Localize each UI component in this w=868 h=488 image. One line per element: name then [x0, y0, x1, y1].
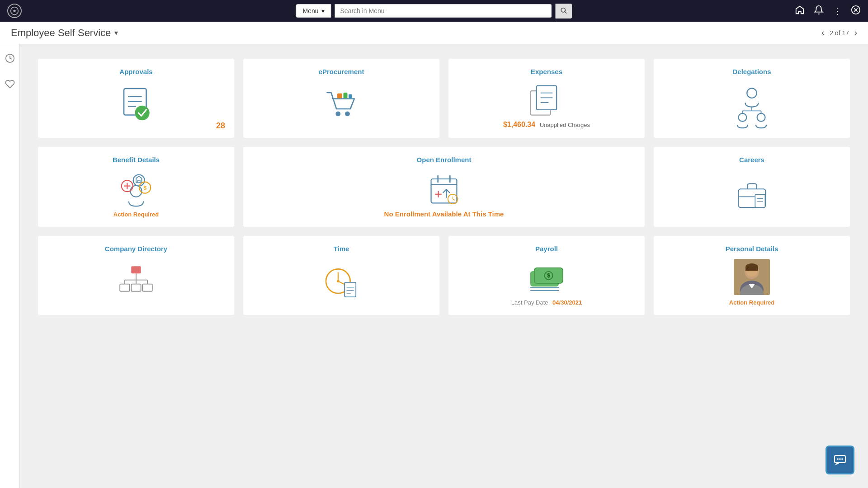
prev-page-button[interactable]: ‹ — [821, 28, 824, 38]
tile-payroll[interactable]: Payroll $ $ L — [448, 236, 645, 315]
svg-line-64 — [338, 281, 344, 284]
menu-button[interactable]: Menu ▾ — [296, 4, 331, 18]
svg-point-85 — [839, 458, 841, 460]
page-title-area: Employee Self Service ▾ — [11, 27, 118, 39]
main-layout: Approvals 28 eProc — [0, 44, 868, 488]
tile-company-directory-icon — [116, 258, 156, 306]
tile-eprocurement[interactable]: eProcurement — [243, 59, 439, 138]
svg-rect-16 — [349, 94, 352, 99]
menu-chevron-icon: ▾ — [321, 7, 325, 14]
tile-open-enrollment-title: Open Enrollment — [417, 156, 472, 164]
tile-open-enrollment-icon — [424, 169, 464, 210]
tile-approvals-title: Approvals — [119, 68, 152, 75]
tile-payroll-title: Payroll — [535, 245, 558, 253]
tile-delegations-title: Delegations — [732, 68, 771, 75]
tiles-grid: Approvals 28 eProc — [38, 59, 850, 315]
tile-expenses-icon — [526, 81, 567, 117]
tile-benefit-details-icon: $ — [116, 169, 156, 207]
page-indicator: 2 of 17 — [830, 29, 849, 37]
svg-rect-82 — [745, 267, 758, 271]
tile-payroll-last-pay-date: 04/30/2021 — [552, 299, 582, 306]
svg-line-46 — [453, 199, 455, 200]
svg-point-22 — [747, 88, 756, 98]
tile-expenses-label: Unapplied Charges — [540, 122, 590, 128]
svg-point-11 — [135, 106, 149, 120]
menu-label: Menu — [302, 7, 318, 14]
favorites-icon[interactable] — [5, 79, 15, 91]
tile-open-enrollment[interactable]: Open Enrollment — [243, 147, 645, 227]
tile-personal-details-icon — [734, 258, 770, 296]
topbar: Menu ▾ ⋮ — [0, 0, 868, 22]
svg-text:$: $ — [143, 185, 146, 191]
history-icon[interactable] — [5, 53, 15, 66]
tile-personal-details-action: Action Required — [729, 299, 774, 306]
svg-rect-14 — [337, 94, 342, 99]
tile-expenses[interactable]: Expenses $1,460.34 Unapplied Charges — [448, 59, 645, 138]
svg-point-27 — [738, 113, 746, 121]
search-area: Menu ▾ — [296, 4, 572, 19]
tile-careers-icon — [733, 169, 771, 218]
sidebar-left — [0, 44, 20, 488]
svg-point-13 — [345, 111, 350, 116]
personal-details-photo — [734, 259, 770, 295]
svg-rect-60 — [142, 284, 152, 291]
tile-benefit-details[interactable]: Benefit Details — [38, 147, 234, 227]
home-icon[interactable] — [795, 5, 805, 17]
title-dropdown-icon[interactable]: ▾ — [114, 28, 118, 37]
tile-benefit-details-action: Action Required — [113, 211, 159, 218]
content-area: Approvals 28 eProc — [20, 44, 868, 488]
svg-point-44 — [448, 194, 458, 203]
svg-rect-52 — [131, 266, 141, 273]
tile-eprocurement-title: eProcurement — [319, 68, 364, 75]
svg-rect-58 — [120, 284, 129, 291]
tile-company-directory[interactable]: Company Directory — [38, 236, 234, 315]
svg-point-28 — [757, 113, 765, 121]
page-title: Employee Self Service — [11, 27, 111, 39]
svg-rect-49 — [755, 194, 765, 207]
more-icon[interactable]: ⋮ — [833, 5, 842, 16]
tile-eprocurement-icon — [321, 81, 362, 129]
tile-time-icon — [321, 258, 362, 306]
tile-time[interactable]: Time — [243, 236, 439, 315]
tile-expenses-amount: $1,460.34 — [503, 121, 535, 128]
svg-point-1 — [561, 8, 565, 12]
svg-point-84 — [837, 458, 839, 460]
tile-approvals-count: 28 — [216, 121, 225, 131]
tile-delegations-icon — [731, 81, 772, 129]
svg-line-2 — [565, 12, 567, 14]
tile-time-title: Time — [334, 245, 349, 253]
tile-benefit-details-title: Benefit Details — [113, 156, 160, 164]
tile-payroll-last-pay-label: Last Pay Date — [511, 299, 548, 306]
search-input[interactable] — [335, 4, 552, 18]
tile-expenses-footer: $1,460.34 Unapplied Charges — [503, 121, 590, 129]
tile-approvals-icon — [116, 81, 156, 129]
svg-rect-65 — [344, 282, 356, 296]
close-icon[interactable] — [851, 5, 861, 17]
tile-open-enrollment-message: No Enrollment Available At This Time — [384, 210, 504, 218]
tile-expenses-title: Expenses — [531, 68, 562, 75]
tile-payroll-footer: Last Pay Date 04/30/2021 — [511, 299, 582, 306]
bell-icon[interactable] — [814, 5, 824, 17]
tile-careers[interactable]: Careers — [654, 147, 850, 227]
tile-company-directory-title: Company Directory — [105, 245, 167, 253]
page-nav: ‹ 2 of 17 › — [821, 28, 857, 38]
chat-button[interactable] — [826, 446, 854, 474]
svg-rect-15 — [344, 93, 348, 99]
search-button[interactable] — [556, 4, 572, 19]
next-page-button[interactable]: › — [854, 28, 857, 38]
app-logo[interactable] — [7, 4, 22, 18]
tile-personal-details-title: Personal Details — [726, 245, 778, 253]
svg-point-12 — [335, 111, 340, 116]
tile-payroll-icon: $ $ — [526, 258, 567, 296]
topbar-right-icons: ⋮ — [795, 5, 861, 17]
svg-text:$: $ — [547, 272, 550, 279]
tile-approvals[interactable]: Approvals 28 — [38, 59, 234, 138]
tile-careers-title: Careers — [739, 156, 764, 164]
svg-point-86 — [841, 458, 843, 460]
subheader: Employee Self Service ▾ ‹ 2 of 17 › — [0, 22, 868, 44]
tile-delegations[interactable]: Delegations — [654, 59, 850, 138]
svg-rect-59 — [131, 284, 141, 291]
tile-personal-details[interactable]: Personal Details — [654, 236, 850, 315]
